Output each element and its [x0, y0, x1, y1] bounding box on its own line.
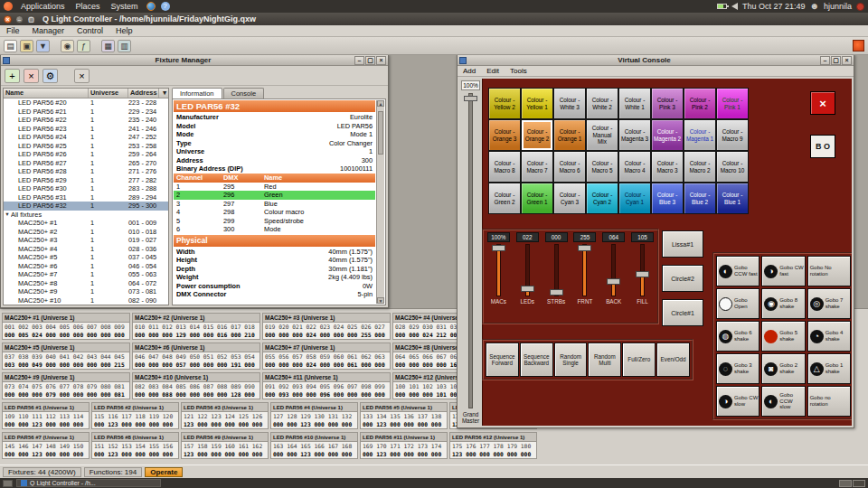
gobo-button[interactable]: ◑Gobo CW fast	[761, 256, 805, 286]
vc-colour-button[interactable]: Colour - Yellow 1	[521, 88, 553, 119]
fm-close-button[interactable]: ×	[376, 56, 386, 65]
fixture-manager-titlebar[interactable]: Fixture Manager – ▢ ×	[1, 55, 388, 66]
fader-handle[interactable]	[578, 245, 591, 251]
vc-colour-button[interactable]: Colour - Macro 6	[553, 151, 586, 183]
fixture-row[interactable]: LED PAR56 #321295 - 300	[4, 202, 168, 211]
sequence-button-random-multi[interactable]: Random Multi	[588, 343, 621, 377]
vc-colour-button[interactable]: Colour - White 1	[618, 88, 651, 119]
vc-colour-button[interactable]: Colour - Blue 3	[651, 183, 684, 214]
fader-handle[interactable]	[636, 271, 649, 277]
gobo-button[interactable]: △Gobo 1 shake	[807, 353, 851, 384]
fixture-row[interactable]: MAC250+ #91073 - 081	[4, 287, 168, 296]
fixture-row[interactable]: LED PAR56 #281271 - 276	[4, 167, 168, 176]
vc-colour-button[interactable]: Colour - Macro 5	[586, 151, 618, 183]
info-scrollbar[interactable]: ▲ ▼	[376, 100, 384, 304]
scroll-up-icon[interactable]: ▲	[377, 100, 384, 107]
sequence-button-even-odd[interactable]: Even/Odd	[656, 343, 690, 377]
cue-button-lissa-1[interactable]: Lissa#1	[662, 230, 703, 258]
fixture-row[interactable]: MAC250+ #11001 - 009	[4, 219, 168, 228]
grand-master-handle[interactable]	[464, 96, 477, 101]
window-maximize-button[interactable]: ▢	[27, 15, 35, 23]
vc-colour-button[interactable]: Colour - Pink 3	[651, 88, 684, 119]
gobo-button[interactable]: ◔Gobo 4 shake	[807, 321, 851, 352]
column-universe[interactable]: Universe	[89, 89, 128, 98]
vc-colour-button[interactable]: Colour - Cyan 2	[586, 183, 618, 214]
fixture-row[interactable]: LED PAR56 #221235 - 240	[4, 116, 168, 125]
gobo-button[interactable]: ◙Gobo 2 shake	[761, 353, 805, 384]
volume-icon[interactable]	[731, 3, 738, 10]
fixture-group-row[interactable]: ▼All fixtures	[4, 211, 168, 220]
fixture-row[interactable]: LED PAR56 #251253 - 258	[4, 142, 168, 151]
menu-help[interactable]: Help	[109, 26, 139, 35]
fader-track[interactable]	[525, 244, 530, 296]
vc-menu-add[interactable]: Add	[458, 67, 481, 75]
vc-colour-button[interactable]: Colour - Magenta 3	[618, 119, 651, 151]
cue-button-circle-2[interactable]: Circle#2	[662, 265, 703, 292]
cue-button-circle-1[interactable]: Circle#1	[662, 299, 703, 326]
distro-logo-icon[interactable]	[4, 2, 13, 11]
open-document-icon[interactable]: ▣	[20, 40, 33, 52]
vc-menu-tools[interactable]: Tools	[505, 67, 533, 75]
vc-colour-button[interactable]: Colour - Cyan 3	[553, 183, 586, 214]
workspace-2[interactable]	[853, 480, 865, 487]
gobo-button[interactable]: ◍Gobo 6 shake	[716, 321, 760, 352]
vc-colour-button[interactable]: Colour - Orange 3	[488, 119, 521, 151]
scroll-down-icon[interactable]: ▼	[377, 297, 384, 304]
window-close-button[interactable]: ×	[4, 15, 12, 23]
menu-manager[interactable]: Manager	[26, 26, 71, 35]
fixture-row[interactable]: MAC250+ #61046 - 054	[4, 262, 168, 271]
help-launcher-icon[interactable]: ?	[161, 2, 170, 11]
fixture-row[interactable]: LED PAR56 #261259 - 264	[4, 150, 168, 159]
menu-file[interactable]: File	[0, 26, 26, 35]
vc-colour-button[interactable]: Colour - Green 2	[488, 183, 521, 214]
vc-colour-button[interactable]: Colour - Green 1	[521, 183, 553, 214]
battery-icon[interactable]	[717, 4, 727, 9]
fixture-row[interactable]: LED PAR56 #311289 - 294	[4, 193, 168, 202]
vc-colour-button[interactable]: Colour - Yellow 2	[488, 88, 521, 119]
fixture-row[interactable]: MAC250+ #51037 - 045	[4, 253, 168, 262]
fader-track[interactable]	[582, 244, 587, 296]
column-address[interactable]: Address	[128, 89, 159, 98]
fixture-row[interactable]: LED PAR56 #301283 - 288	[4, 184, 168, 193]
fixture-properties-icon[interactable]: ⚙	[42, 69, 58, 83]
vc-colour-button[interactable]: Colour - Orange 1	[553, 119, 586, 151]
scrollbar-thumb[interactable]	[378, 111, 383, 155]
vc-colour-button[interactable]: Colour - Macro 10	[716, 151, 749, 183]
gobo-button[interactable]: ◉Gobo 8 shake	[761, 288, 805, 319]
operate-mode-button[interactable]: Operate	[145, 467, 183, 477]
sequence-button-sequence-forward[interactable]: Sequence Forward	[486, 343, 519, 377]
fader-track[interactable]	[496, 244, 501, 296]
sequence-button-sequence-backward[interactable]: Sequence Backward	[520, 343, 553, 377]
vc-menu-edit[interactable]: Edit	[481, 67, 505, 75]
sequence-button-full-zero[interactable]: Full/Zero	[622, 343, 656, 377]
gobo-button[interactable]: Gobo 5 shake	[761, 321, 805, 352]
remove-group-icon[interactable]: ×	[74, 69, 90, 83]
vc-colour-button[interactable]: Colour - Cyan 1	[618, 183, 651, 214]
vc-colour-button[interactable]: Colour - Blue 2	[684, 183, 716, 214]
vc-colour-button[interactable]: Colour - Macro 8	[488, 151, 521, 183]
fixture-row[interactable]: MAC250+ #21010 - 018	[4, 228, 168, 237]
fixture-row[interactable]: LED PAR56 #291277 - 282	[4, 176, 168, 185]
vc-minimize-button[interactable]: –	[820, 56, 830, 65]
fixture-row[interactable]: LED PAR56 #271265 - 270	[4, 159, 168, 168]
grand-master-slider[interactable]	[468, 93, 473, 408]
applications-menu[interactable]: Applications	[18, 2, 68, 11]
fixture-row[interactable]: MAC250+ #31019 - 027	[4, 236, 168, 245]
column-name[interactable]: Name	[4, 89, 89, 98]
fixture-row[interactable]: MAC250+ #41028 - 036	[4, 245, 168, 254]
vc-colour-button[interactable]: Colour - White 3	[553, 88, 586, 119]
show-desktop-button[interactable]	[3, 480, 13, 487]
fader-handle[interactable]	[492, 245, 505, 251]
fader-track[interactable]	[640, 244, 645, 296]
username[interactable]: hjunnila	[824, 2, 852, 11]
taskbar-window-button[interactable]: Q Light Controller - /h...	[16, 479, 161, 487]
fader-handle[interactable]	[607, 278, 620, 285]
window-minimize-button[interactable]: –	[15, 15, 24, 23]
vc-colour-button[interactable]: Colour - Pink 2	[684, 88, 716, 119]
system-menu[interactable]: System	[108, 2, 141, 11]
delete-fixture-icon[interactable]: ×	[24, 69, 39, 83]
fixture-row[interactable]: LED PAR56 #211229 - 234	[4, 108, 168, 117]
user-icon[interactable]: ☻	[809, 2, 819, 11]
fixture-row[interactable]: LED PAR56 #241247 - 252	[4, 133, 168, 142]
vc-close-button[interactable]: ×	[842, 56, 852, 65]
